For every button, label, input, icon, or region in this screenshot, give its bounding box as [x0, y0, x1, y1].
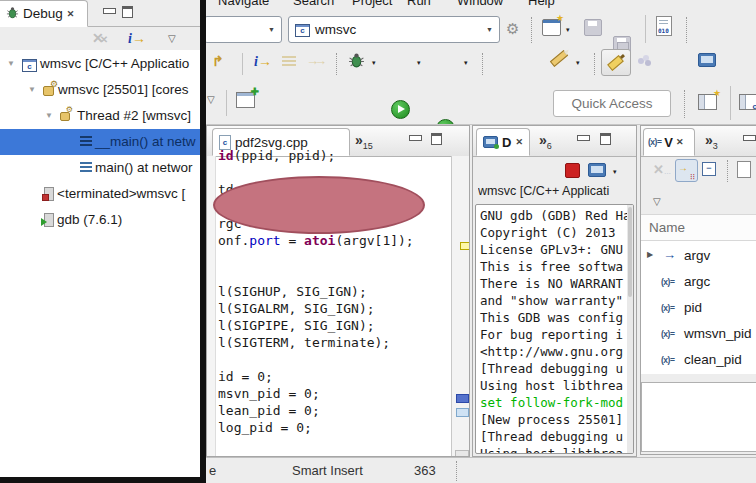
variable-row[interactable]: ▶→argv: [641, 243, 756, 269]
quick-access-input[interactable]: [553, 90, 671, 117]
debug-tree-item[interactable]: __main() at netw: [0, 129, 200, 155]
expander-icon[interactable]: ▶: [647, 250, 653, 259]
gear-icon[interactable]: ⚙: [506, 20, 519, 38]
remove-terminated-button: ✕✕: [92, 30, 108, 46]
variables-tab[interactable]: (x)= V ✕: [643, 128, 695, 156]
menu-navigate[interactable]: Navigate: [218, 0, 269, 8]
step-into-instruction-icon[interactable]: i→: [128, 30, 146, 47]
profile-menu-arrow-icon[interactable]: ▾: [464, 59, 468, 67]
console-line: <http://www.gnu.org: [480, 343, 633, 360]
menu-run[interactable]: Run: [407, 0, 431, 8]
debug-view-tab[interactable]: Debug ✕: [0, 0, 88, 27]
close-icon[interactable]: ✕: [515, 137, 523, 147]
debug-tree-item[interactable]: gdb (7.6.1): [0, 207, 200, 233]
pen-icon[interactable]: [550, 50, 568, 67]
code-line: msvn_pid = 0;: [218, 385, 320, 402]
open-console-button[interactable]: ✚: [236, 92, 255, 108]
close-icon[interactable]: ✕: [676, 137, 684, 147]
launch-config-combo[interactable]: c wmsvc ▼: [288, 16, 500, 43]
toolbar-dropdown-icon[interactable]: ▽: [207, 94, 215, 105]
window-edge-vertical: [200, 0, 206, 483]
show-type-names-button[interactable]: ✕…: [653, 162, 671, 177]
maximize-icon[interactable]: [600, 133, 611, 145]
run-menu-arrow-icon[interactable]: ▾: [417, 59, 421, 67]
view-menu-icon[interactable]: ▽: [653, 196, 661, 207]
debug-button[interactable]: [348, 52, 365, 72]
code-segment: (ppid, ppid);: [234, 148, 336, 163]
expander-icon[interactable]: ▼: [45, 111, 53, 120]
terminate-button[interactable]: [565, 163, 580, 178]
occurrence-marker[interactable]: [460, 242, 470, 250]
minimize-icon[interactable]: [409, 135, 422, 141]
variables-more-tabs[interactable]: »3: [705, 132, 718, 148]
minimize-icon[interactable]: [743, 135, 756, 141]
overview-ruler[interactable]: [451, 156, 470, 457]
close-icon[interactable]: ✕: [67, 9, 75, 19]
debug-tree-item[interactable]: ▼⚙Thread #2 [wmsvc]: [0, 103, 200, 129]
expander-icon[interactable]: ▼: [7, 59, 15, 68]
collapse-all-button[interactable]: −: [702, 162, 716, 176]
menu-window[interactable]: Window: [457, 0, 503, 8]
chevron-down-icon[interactable]: ▼: [486, 26, 493, 33]
instruction-step-mode-icon[interactable]: [282, 56, 296, 66]
debug-menu-arrow-icon[interactable]: ▾: [372, 59, 376, 67]
minimize-icon[interactable]: [103, 8, 116, 14]
debug-tree-item[interactable]: ▼cwmsvc [C/C++ Applicatio: [0, 51, 200, 77]
menu-search[interactable]: Search: [293, 0, 334, 8]
console-scrollbar[interactable]: [627, 205, 633, 453]
display-console-button[interactable]: [588, 163, 606, 177]
variable-row[interactable]: (x)=wmsvn_pid: [641, 321, 756, 347]
console-more-tabs[interactable]: »6: [539, 132, 552, 148]
console-output[interactable]: GNU gdb (GDB) Red HaCopyright (C) 2013 L…: [475, 204, 634, 454]
pointer-icon: →: [663, 247, 676, 262]
toolbar-combo-empty[interactable]: ▼: [204, 16, 282, 43]
annotation-marker-blue[interactable]: [456, 394, 469, 403]
chevron-down-icon[interactable]: ▼: [268, 26, 275, 33]
open-perspective-button[interactable]: ★: [698, 94, 717, 110]
cpp-perspective-button[interactable]: c: [739, 94, 756, 110]
show-logical-structure-toggle[interactable]: → ⁝⁝: [675, 159, 698, 182]
new-button[interactable]: ★: [542, 19, 561, 36]
maximize-icon[interactable]: [431, 133, 442, 145]
debug-tree-item[interactable]: <terminated>wmsvc [: [0, 181, 200, 207]
maximize-icon[interactable]: [122, 6, 133, 18]
binary-file-button[interactable]: 010: [656, 16, 672, 36]
debug-tree-item[interactable]: ▼⚙wmsvc [25501] [cores: [0, 77, 200, 103]
console-menu-arrow-icon[interactable]: ▾: [613, 168, 617, 176]
console-line: Using host libthrea: [480, 377, 633, 394]
drop-to-frame-icon[interactable]: ↱: [212, 53, 224, 69]
variable-row[interactable]: (x)=pid: [641, 295, 756, 321]
editor-more-tabs[interactable]: »15: [355, 132, 373, 148]
variable-row[interactable]: (x)=argc: [641, 269, 756, 295]
annotation-marker-lightblue[interactable]: [456, 408, 469, 417]
writable-status: e: [209, 463, 216, 478]
variables-detail-pane[interactable]: [641, 382, 756, 452]
run-button[interactable]: [391, 100, 410, 119]
new-menu-arrow-icon[interactable]: ▾: [566, 26, 570, 34]
new-watch-button[interactable]: [737, 161, 751, 178]
variables-table-header[interactable]: Name: [641, 214, 756, 241]
menu-help[interactable]: Help: [528, 0, 555, 8]
expander-icon[interactable]: ▼: [28, 85, 36, 94]
debug-tree-item[interactable]: main() at networ: [0, 155, 200, 181]
menu-project[interactable]: Project: [352, 0, 392, 8]
debug-tab-label: Debug: [23, 6, 63, 21]
code-segment: l(SIGPIPE, SIG_IGN);: [218, 318, 375, 333]
step-filters-icon[interactable]: →→: [306, 53, 322, 68]
variables-tab-label: V: [664, 135, 673, 150]
save-button[interactable]: [584, 19, 602, 36]
gdb-icon: [42, 213, 54, 229]
mark-occurrences-toggle[interactable]: [601, 49, 631, 76]
console-line: There is NO WARRANT: [480, 275, 633, 292]
code-line: l(SIGHUP, SIG_IGN);: [218, 283, 367, 300]
minimize-icon[interactable]: [577, 135, 590, 141]
console-line: [Thread debugging u: [480, 360, 633, 377]
pen-menu-arrow-icon[interactable]: ▾: [576, 59, 580, 67]
console-line: Copyright (C) 2013: [480, 224, 633, 241]
debugger-console-tab[interactable]: D ✕: [476, 128, 530, 156]
variable-row[interactable]: (x)=clean_pid: [641, 347, 756, 373]
view-menu-icon[interactable]: ▽: [168, 33, 176, 44]
scrollbar-thumb[interactable]: [455, 450, 469, 457]
step-into-instruction-icon[interactable]: i→: [254, 53, 272, 70]
console-monitor-icon[interactable]: [698, 53, 716, 67]
